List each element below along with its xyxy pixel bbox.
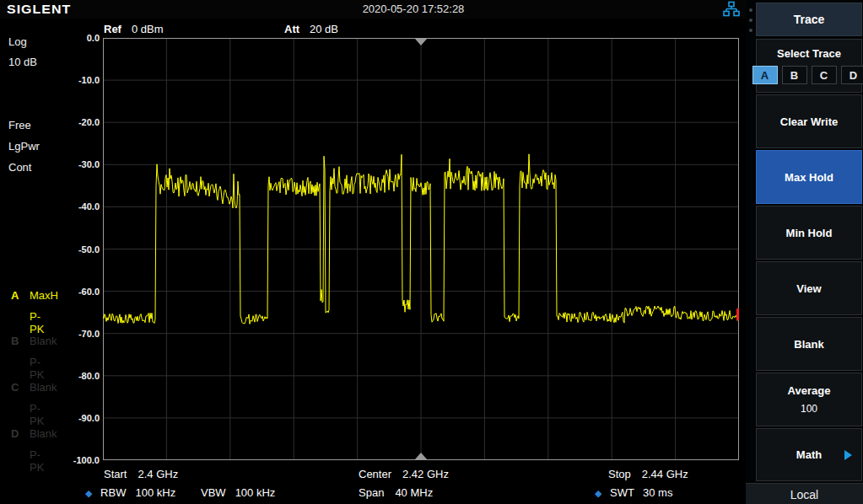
center-value: 2.42 GHz <box>402 468 449 480</box>
select-trace-label: Select Trace <box>777 47 841 60</box>
swt-label: SWT <box>610 486 634 499</box>
siglent-logo: SIGLENT <box>7 2 71 16</box>
rbw-coupled-icon: ◆ <box>85 488 92 498</box>
scale-per-div-label: 10 dB <box>8 56 37 68</box>
stop-value: 2.44 GHz <box>642 468 688 480</box>
average-value: 100 <box>801 403 817 415</box>
local-button[interactable]: Local <box>746 483 863 504</box>
y-axis-tick-label: 0.0 <box>0 33 100 43</box>
menu-title-trace: Trace <box>756 3 862 36</box>
trace-button-a[interactable]: A <box>752 66 778 84</box>
y-axis-tick-label: -20.0 <box>0 117 100 127</box>
graticule-grid <box>103 38 739 460</box>
datetime-display: 2020-05-20 17:52:28 <box>321 3 506 15</box>
y-axis-tick-label: -100.0 <box>0 455 100 465</box>
avg-type-label: LgPwr <box>8 140 40 153</box>
view-button[interactable]: View <box>756 261 862 315</box>
y-axis-tick-label: -30.0 <box>0 159 100 169</box>
top-bar: SIGLENT 2020-05-20 17:52:28 <box>0 0 746 19</box>
min-hold-button[interactable]: Min Hold <box>756 206 862 260</box>
trace-c-mode: Blank <box>30 381 57 394</box>
submenu-arrow-icon <box>844 450 852 460</box>
start-freq-readout: Start2.4 GHz <box>104 468 178 480</box>
center-freq-marker-bottom <box>415 453 427 459</box>
swt-coupled-icon: ◆ <box>595 488 601 498</box>
ref-value: 0 dBm <box>132 23 164 35</box>
max-hold-button[interactable]: Max Hold <box>756 150 862 204</box>
rbw-label: RBW <box>100 486 126 499</box>
panel-handle-dot <box>749 8 752 12</box>
trace-button-b[interactable]: B <box>782 66 807 84</box>
trace-select-button-row: A B C D <box>752 66 863 84</box>
average-label: Average <box>788 384 831 397</box>
softkey-menu-panel: Trace Select Trace A B C D Clear Write M… <box>746 0 863 504</box>
swt-value: 30 ms <box>643 486 672 499</box>
panel-handle-dot <box>749 19 752 22</box>
swt-readout: ◆ SWT30 ms <box>595 486 672 499</box>
span-readout: Span40 MHz <box>359 486 433 499</box>
select-trace-cell: Select Trace A B C D <box>756 39 862 93</box>
math-label: Math <box>796 448 822 461</box>
blank-button[interactable]: Blank <box>756 317 862 371</box>
trace-end-marker <box>736 308 739 320</box>
rbw-readout: ◆ RBW100 kHz <box>85 486 175 499</box>
center-freq-marker-top <box>415 39 427 46</box>
spectrum-plot <box>103 38 739 460</box>
network-lan-icon <box>723 1 740 18</box>
trace-d-mode: Blank <box>30 427 57 440</box>
y-axis-tick-label: -90.0 <box>0 413 100 423</box>
trace-c-id: C <box>11 381 19 394</box>
spectrum-analyzer-screen: SIGLENT 2020-05-20 17:52:28 Log 10 dB Fr… <box>0 0 863 504</box>
attenuation-readout: Att20 dB <box>284 23 338 35</box>
panel-handle-dot <box>749 29 752 32</box>
y-axis-tick-label: -60.0 <box>0 287 100 297</box>
ref-level-readout: Ref0 dBm <box>104 23 164 35</box>
clear-write-button[interactable]: Clear Write <box>756 94 862 148</box>
trace-button-c[interactable]: C <box>812 66 837 84</box>
trace-d-id: D <box>11 427 19 440</box>
start-label: Start <box>104 468 127 480</box>
y-axis-tick-label: -10.0 <box>0 75 100 85</box>
stop-label: Stop <box>608 468 631 480</box>
ref-label: Ref <box>104 23 121 35</box>
att-value: 20 dB <box>310 23 338 35</box>
y-axis-tick-label: -50.0 <box>0 244 100 255</box>
att-label: Att <box>284 23 299 35</box>
trace-button-d[interactable]: D <box>841 66 863 84</box>
span-value: 40 MHz <box>395 486 433 499</box>
y-axis-tick-label: -40.0 <box>0 201 100 212</box>
center-freq-readout: Center2.42 GHz <box>359 468 449 480</box>
start-value: 2.4 GHz <box>138 468 178 480</box>
center-label: Center <box>359 468 391 480</box>
vbw-label: VBW <box>201 486 226 499</box>
vbw-readout: VBW100 kHz <box>201 486 275 499</box>
stop-freq-readout: Stop2.44 GHz <box>608 468 688 480</box>
y-axis-tick-label: -70.0 <box>0 329 100 339</box>
span-label: Span <box>359 486 384 499</box>
y-axis-tick-label: -80.0 <box>0 371 100 381</box>
rbw-value: 100 kHz <box>135 486 175 499</box>
vbw-value: 100 kHz <box>235 486 276 499</box>
math-button[interactable]: Math <box>756 428 862 481</box>
average-button[interactable]: Average 100 <box>756 373 862 426</box>
